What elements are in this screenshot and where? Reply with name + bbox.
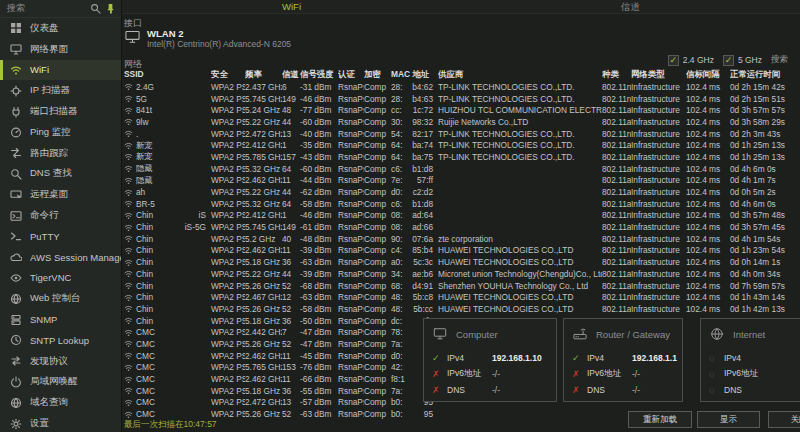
table-row[interactable]: 隐藏WPA2 PSK5.32 GHz64-60 dBmRsnaPskCompc6… bbox=[124, 163, 800, 175]
table-row[interactable]: ChinWPA2 PSK5.18 GHz36-63 dBmRsnaPskComp… bbox=[124, 256, 800, 268]
column-header[interactable]: 信道 bbox=[282, 69, 300, 80]
cell-ssid: CMC bbox=[136, 409, 211, 419]
sidebar-item-wake-on-lan[interactable]: 局域网唤醒 bbox=[0, 372, 121, 393]
table-row[interactable]: ChinWPA2 PSK5.26 GHz52-58 dBmRsnaPskComp… bbox=[124, 303, 800, 315]
table-row[interactable]: ChinWPA2 PSK5.22 GHz44-39 dBmRsnaPskComp… bbox=[124, 268, 800, 280]
signal-icon bbox=[124, 199, 136, 208]
sidebar-item-discovery-protocol[interactable]: 发现协议 bbox=[0, 351, 121, 372]
cell-security: WPA2 PSK bbox=[211, 339, 245, 349]
signal-icon bbox=[124, 363, 136, 372]
column-header[interactable]: 供应商 bbox=[438, 69, 602, 80]
signal-icon bbox=[124, 246, 136, 255]
table-row[interactable]: 新宠WPA2 PSK2.412 GHz1-35 dBmRsnaPskComp64… bbox=[124, 139, 800, 151]
cell-uptime: 0d 1h 43m 14s bbox=[730, 292, 800, 302]
cell-ssid: 9lw bbox=[136, 117, 211, 127]
sidebar-item-dashboard[interactable]: 仪表盘 bbox=[0, 18, 121, 39]
cell-network-type: Infrastructure bbox=[631, 222, 686, 232]
table-row[interactable]: ahWPA2 PSK5.22 GHz44-62 dBmRsnaPskCompd0… bbox=[124, 186, 800, 198]
cell-frequency: 5.745 GHz bbox=[245, 222, 282, 232]
table-row[interactable]: ChinWPA2 PSK5.2 GHz40-48 dBmRsnaPskComp9… bbox=[124, 233, 800, 245]
cell-auth: RsnaPsk bbox=[338, 386, 364, 396]
cell-auth: RsnaPsk bbox=[338, 397, 364, 407]
sidebar-item-interfaces[interactable]: 网络界面 bbox=[0, 39, 121, 60]
tab-channels[interactable]: 信道 bbox=[461, 0, 800, 13]
sidebar-item-remote-desktop[interactable]: 远程桌面 bbox=[0, 184, 121, 205]
sidebar-item-snmp[interactable]: SNMP bbox=[0, 309, 121, 330]
sidebar-item-ping-monitor[interactable]: Ping 监控 bbox=[0, 122, 121, 143]
cell-beacon: 102.4 ms bbox=[686, 257, 730, 267]
table-row[interactable]: 新宠WPA2 PSK5.785 GHz157-43 dBmRsnaPskComp… bbox=[124, 151, 800, 163]
band-filter-checkbox[interactable]: ✓2.4 GHz bbox=[668, 55, 714, 66]
table-row[interactable]: 5GWPA2 PSK5.745 GHz149-46 dBmRsnaPskComp… bbox=[124, 93, 800, 105]
sidebar-search[interactable]: 搜索 bbox=[0, 0, 121, 18]
table-row[interactable]: ChiniS-5GWPA2 PSK5.745 GHz149-61 dBmRsna… bbox=[124, 221, 800, 233]
sidebar-item-whois[interactable]: 域名查询 bbox=[0, 392, 121, 413]
pin-icon[interactable] bbox=[105, 3, 116, 14]
sidebar-item-wifi[interactable]: WiFi bbox=[0, 60, 121, 81]
cell-uptime: 0d 4h 6m 0s bbox=[730, 164, 800, 174]
table-row[interactable]: ChinWPA2 PSK5.26 GHz52-68 dBmRsnaPskComp… bbox=[124, 280, 800, 292]
server-icon bbox=[10, 314, 22, 326]
table-row[interactable]: ChinWPA2 PSK2.462 GHz11-39 dBmRsnaPskCom… bbox=[124, 245, 800, 257]
cell-mac: 90:07:6a bbox=[391, 234, 438, 244]
cell-signal: -63 dBm bbox=[300, 409, 338, 419]
sidebar-item-port-scanner[interactable]: 端口扫描器 bbox=[0, 101, 121, 122]
cell-mac: 30:98:32 bbox=[391, 117, 438, 127]
sidebar-item-command-line[interactable]: 命令行 bbox=[0, 205, 121, 226]
column-header[interactable]: 网络类型 bbox=[631, 69, 686, 80]
table-search-toggle[interactable]: 搜索 bbox=[771, 54, 788, 66]
band-filters: ✓2.4 GHz✓5 GHz 搜索 bbox=[668, 54, 788, 66]
table-row[interactable]: ChiniSWPA2 PSK2.412 GHz1-46 dBmRsnaPskCo… bbox=[124, 210, 800, 222]
table-row[interactable]: ChinWPA2 PSK2.467 GHz12-63 dBmRsnaPskCom… bbox=[124, 291, 800, 303]
cell-security: WPA2 PSK bbox=[211, 187, 245, 197]
column-header[interactable]: 安全 bbox=[211, 69, 245, 80]
column-header[interactable]: 信标间隔 bbox=[686, 69, 730, 80]
column-header[interactable]: SSID bbox=[124, 69, 211, 80]
cell-auth: RsnaPsk bbox=[338, 257, 364, 267]
table-row[interactable]: 841tWPA2 PSK5.24 GHz48-77 dBmRsnaPskComp… bbox=[124, 104, 800, 116]
cell-security: WPA2 PSK bbox=[211, 386, 245, 396]
interface-item[interactable]: WLAN 2 Intel(R) Centrino(R) Advanced-N 6… bbox=[125, 28, 291, 49]
sidebar-item-traceroute[interactable]: 路由跟踪 bbox=[0, 143, 121, 164]
column-header[interactable]: 种类 bbox=[602, 69, 631, 80]
checkbox-checked-icon[interactable]: ✓ bbox=[668, 55, 679, 66]
gauge-icon bbox=[10, 126, 22, 138]
sidebar-item-dns-lookup[interactable]: DNS 查找 bbox=[0, 164, 121, 185]
cell-security: WPA2 PSK bbox=[211, 409, 245, 419]
column-header[interactable]: 认证 bbox=[338, 69, 364, 80]
sidebar-item-settings[interactable]: 设置 bbox=[0, 413, 121, 432]
show-button[interactable]: 显示 bbox=[697, 411, 760, 428]
sidebar-item-web-console[interactable]: Web 控制台 bbox=[0, 288, 121, 309]
sidebar-item-sntp-lookup[interactable]: SNTP Lookup bbox=[0, 330, 121, 351]
column-header[interactable]: MAC 地址 bbox=[391, 69, 438, 80]
reload-button[interactable]: 重新加载 bbox=[628, 411, 692, 428]
cell-type: 802.11ac bbox=[602, 257, 631, 267]
tab-wifi[interactable]: WiFi bbox=[122, 0, 461, 13]
sidebar-item-aws-session-manager[interactable]: AWS Session Manager bbox=[0, 247, 121, 268]
column-header[interactable]: 信号强度 bbox=[300, 69, 338, 80]
band-filter-checkbox[interactable]: ✓5 GHz bbox=[723, 55, 762, 66]
column-header[interactable]: 频率 bbox=[245, 69, 282, 80]
table-row[interactable]: .WPA2 PSK2.472 GHz13-40 dBmRsnaPskComp54… bbox=[124, 128, 800, 140]
close-button[interactable]: 关闭 bbox=[768, 411, 800, 428]
table-row[interactable]: 隐藏WPA2 PSK2.462 GHz11-44 dBmRsnaPskComp7… bbox=[124, 175, 800, 187]
sidebar-item-ip-scanner[interactable]: IP 扫描器 bbox=[0, 80, 121, 101]
column-header[interactable]: 加密 bbox=[364, 69, 391, 80]
sidebar-item-putty[interactable]: PuTTY bbox=[0, 226, 121, 247]
cell-channel: 11 bbox=[282, 374, 300, 384]
table-row[interactable]: 9lwWPA2 PSK5.22 GHz44-60 dBmRsnaPskComp3… bbox=[124, 116, 800, 128]
search-icon[interactable] bbox=[90, 3, 101, 14]
table-row[interactable]: 2.4GWPA2 PSK2.437 GHz6-31 dBmRsnaPskComp… bbox=[124, 81, 800, 93]
cell-beacon: 102.4 ms bbox=[686, 245, 730, 255]
cell-security: WPA2 PSK bbox=[211, 257, 245, 267]
table-row[interactable]: BR-5WPA2 PSK5.32 GHz64-58 dBmRsnaPskComp… bbox=[124, 198, 800, 210]
tab-bar: WiFi信道 bbox=[122, 0, 800, 14]
checkbox-checked-icon[interactable]: ✓ bbox=[723, 55, 734, 66]
panel-status-row: ✗DNS-/- bbox=[432, 384, 552, 395]
sidebar-item-tigervnc[interactable]: TigerVNC bbox=[0, 268, 121, 289]
cell-channel: 11 bbox=[282, 245, 300, 255]
search-input[interactable]: 搜索 bbox=[7, 2, 86, 15]
cell-signal: -60 dBm bbox=[300, 164, 338, 174]
column-header[interactable]: 正常运行时间 bbox=[730, 69, 800, 80]
status-label: DNS bbox=[724, 385, 761, 395]
